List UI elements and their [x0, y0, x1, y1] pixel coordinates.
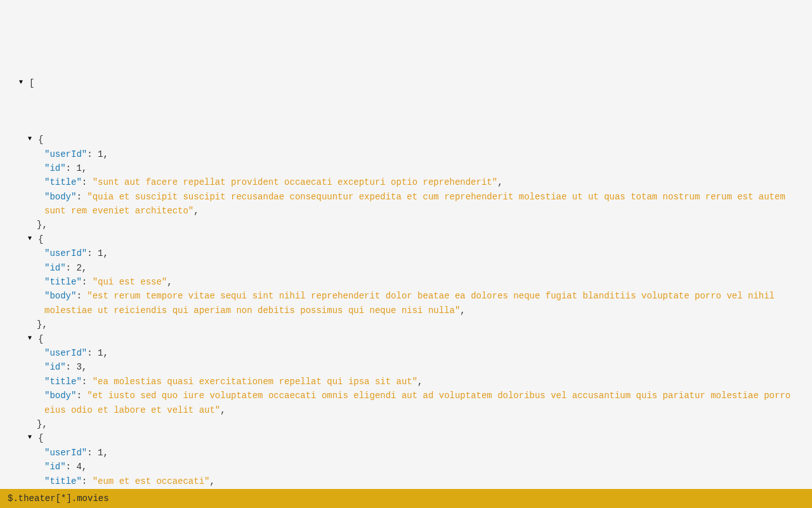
jsonpath-filter-bar [0, 489, 812, 508]
json-property: "title": "ea molestias quasi exercitatio… [13, 375, 799, 389]
json-value: 4 [76, 462, 81, 472]
json-key: "title" [44, 377, 82, 387]
collapse-toggle-icon[interactable]: ▼ [28, 432, 37, 443]
json-key: "userId" [44, 248, 87, 258]
json-value: 1 [76, 163, 81, 173]
json-key: "title" [44, 277, 82, 287]
collapse-toggle-icon[interactable]: ▼ [28, 333, 37, 344]
object-close-row: }, [13, 218, 799, 232]
object-open-row[interactable]: ▼{ [13, 133, 799, 147]
json-property: "body": "est rerum tempore vitae sequi s… [13, 289, 799, 318]
json-property: "body": "et iusto sed quo iure voluptate… [13, 389, 799, 417]
brace-open: { [38, 431, 43, 445]
json-object: ▼{"userId": 1,"id": 3,"title": "ea moles… [13, 332, 799, 432]
json-object: ▼{"userId": 1,"id": 2,"title": "qui est … [13, 232, 799, 332]
json-value: 3 [76, 362, 81, 372]
json-object: ▼{"userId": 1,"id": 4,"title": "eum et e… [13, 431, 799, 489]
json-key: "body" [44, 391, 76, 401]
collapse-toggle-icon[interactable]: ▼ [28, 234, 37, 244]
brace-open: { [38, 332, 43, 346]
json-value: "ea molestias quasi exercitationem repel… [93, 377, 417, 387]
brace-open: { [38, 133, 43, 147]
json-key: "id" [44, 462, 66, 472]
json-key: "id" [44, 163, 66, 173]
json-property: "title": "eum et est occaecati", [13, 474, 799, 488]
collapse-toggle-icon[interactable]: ▼ [28, 134, 37, 144]
object-open-row[interactable]: ▼{ [13, 232, 799, 246]
object-close-row: }, [13, 318, 799, 331]
json-property: "body": "quia et suscipit suscipit recus… [13, 190, 799, 218]
object-open-row[interactable]: ▼{ [13, 332, 799, 346]
json-key: "userId" [44, 448, 87, 458]
json-property: "title": "sunt aut facere repellat provi… [13, 175, 799, 189]
json-key: "userId" [44, 149, 87, 159]
json-property: "id": 2, [13, 261, 799, 275]
json-value: "et iusto sed quo iure voluptatem occaec… [44, 391, 796, 415]
json-value: "eum et est occaecati" [93, 476, 210, 486]
brace-close: }, [37, 417, 48, 431]
json-property: "userId": 1, [13, 446, 799, 460]
json-value: "quia et suscipit suscipit recusandae co… [44, 192, 790, 216]
json-key: "body" [44, 291, 76, 301]
json-key: "id" [44, 263, 66, 273]
json-property: "id": 4, [13, 460, 799, 474]
json-key: "id" [44, 362, 66, 372]
json-property: "userId": 1, [13, 346, 799, 360]
json-value: "sunt aut facere repellat provident occa… [93, 177, 498, 187]
json-key: "body" [44, 192, 76, 202]
object-open-row[interactable]: ▼{ [13, 431, 799, 445]
brace-close: }, [37, 218, 48, 232]
json-key: "title" [44, 476, 82, 486]
json-object: ▼{"userId": 1,"id": 1,"title": "sunt aut… [13, 133, 799, 232]
json-property: "id": 1, [13, 161, 799, 175]
brace-close: }, [37, 318, 48, 331]
json-tree-viewer[interactable]: ▼ [ ▼{"userId": 1,"id": 1,"title": "sunt… [0, 0, 812, 489]
json-value: "qui est esse" [93, 277, 167, 287]
json-property: "id": 3, [13, 360, 799, 374]
array-root-open[interactable]: ▼ [ [13, 76, 799, 90]
brace-open: { [38, 232, 43, 246]
bracket-open: [ [29, 76, 34, 90]
json-property: "userId": 1, [13, 147, 799, 161]
jsonpath-filter-input[interactable] [8, 493, 804, 504]
json-value: "est rerum tempore vitae sequi sint nihi… [44, 291, 780, 315]
json-value: 2 [76, 263, 81, 273]
json-key: "userId" [44, 348, 87, 358]
object-close-row: }, [13, 417, 799, 431]
json-key: "title" [44, 177, 82, 187]
json-property: "title": "qui est esse", [13, 275, 799, 289]
json-property: "userId": 1, [13, 246, 799, 260]
collapse-toggle-icon[interactable]: ▼ [19, 77, 28, 88]
